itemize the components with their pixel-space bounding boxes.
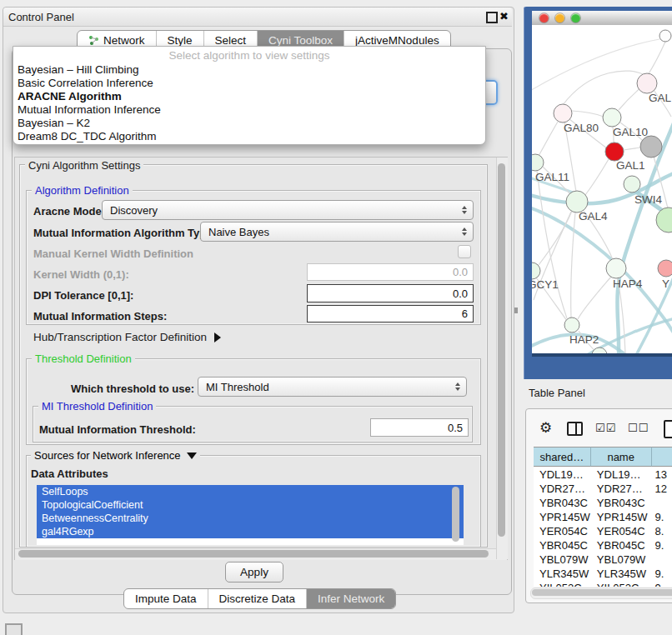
cell-shared-name: YER054C — [534, 525, 591, 538]
gear-icon[interactable]: ⚙ — [539, 419, 552, 437]
mi-type-value: Naive Bayes — [208, 226, 269, 238]
network-window-titlebar[interactable] — [532, 11, 672, 26]
network-node[interactable] — [624, 176, 640, 192]
column-header-name[interactable]: name — [591, 447, 652, 467]
aracne-mode-value: Discovery — [110, 204, 158, 217]
network-node[interactable] — [592, 348, 607, 353]
data-attribute-item[interactable]: gal4RGexp — [37, 525, 464, 538]
column-header-clipped[interactable] — [652, 447, 672, 467]
table-row[interactable]: YBR045C YBR045C 9. — [534, 538, 672, 552]
dropdown-prompt: Select algorithm to view settings — [13, 47, 485, 63]
minimize-traffic-light[interactable] — [555, 13, 564, 22]
cell-shared-name: YIL052C — [534, 582, 591, 587]
combo-arrows-icon — [455, 382, 460, 391]
network-node[interactable] — [605, 142, 624, 161]
table-row[interactable]: YIL052C YIL052C 9 — [534, 581, 672, 587]
mi-type-combo[interactable]: Naive Bayes — [200, 222, 474, 242]
cell-shared-name: YBL079W — [534, 553, 591, 566]
table-header: shared… name — [534, 447, 672, 467]
tab-network-label: Network — [103, 34, 145, 47]
network-canvas[interactable]: GALGAL80GAL10GAL1GAL11SWI4GAL4GCY1HAP4YH… — [532, 25, 672, 353]
network-edge — [563, 71, 644, 105]
hub-definition-row[interactable]: Hub/Transcription Factor Definition — [33, 331, 221, 343]
network-node-label: HAP2 — [569, 333, 599, 346]
network-node[interactable] — [637, 73, 657, 93]
network-node[interactable] — [606, 258, 626, 278]
tab-infer-network[interactable]: Infer Network — [306, 589, 395, 608]
split-pane-icon[interactable] — [567, 422, 583, 436]
network-node[interactable] — [658, 260, 672, 277]
splitter-grip[interactable] — [514, 308, 518, 313]
table-scrollbar-thumb[interactable] — [532, 589, 672, 596]
kernel-width-field[interactable]: 0.0 — [307, 263, 474, 281]
minimized-panel-icon[interactable] — [5, 623, 23, 635]
close-icon[interactable]: ✖ — [499, 10, 509, 22]
list-scrollbar-thumb[interactable] — [452, 487, 459, 542]
uncheck-all-icon[interactable]: ☐☐ — [628, 422, 649, 434]
data-attribute-item[interactable]: TopologicalCoefficient — [37, 498, 464, 512]
bottom-tabbar: Impute Data Discretize Data Infer Networ… — [123, 588, 396, 609]
new-table-icon[interactable] — [664, 420, 672, 438]
network-node[interactable] — [659, 30, 671, 42]
apply-button[interactable]: Apply — [225, 562, 283, 582]
threshold-definition-title: Threshold Definition — [32, 352, 135, 365]
manual-kernel-checkbox[interactable] — [458, 245, 471, 258]
which-threshold-combo[interactable]: MI Threshold — [198, 377, 467, 397]
sources-group-title-row[interactable]: Sources for Network Inference — [31, 449, 200, 462]
column-header-shared-name[interactable]: shared… — [534, 447, 591, 467]
cell-name: YER054C — [591, 525, 652, 538]
data-attribute-item[interactable]: SelfLoops — [37, 485, 464, 498]
table-row[interactable]: YDL19… YDL19… 13 — [534, 468, 672, 482]
network-window-bottom-shadow — [532, 353, 672, 357]
expand-arrow-icon[interactable] — [214, 332, 221, 342]
network-node[interactable] — [532, 154, 544, 171]
cyni-settings-title: Cyni Algorithm Settings — [25, 159, 143, 172]
mi-steps-field[interactable]: 6 — [307, 305, 474, 322]
cell-value: 9. — [652, 568, 672, 580]
close-traffic-light[interactable] — [539, 13, 549, 22]
dropdown-item[interactable]: Bayesian – K2 — [13, 117, 485, 130]
network-node[interactable] — [603, 108, 621, 127]
dropdown-item[interactable]: Dream8 DC_TDC Algorithm — [13, 130, 485, 143]
zoom-traffic-light[interactable] — [571, 13, 580, 22]
table-row[interactable]: YLR345W YLR345W 9. — [534, 567, 672, 581]
network-node-label: Y — [662, 278, 669, 290]
dropdown-item[interactable]: Basic Correlation Inference — [13, 77, 485, 90]
network-edge — [585, 159, 609, 195]
dropdown-item[interactable]: Mutual Information Inference — [13, 103, 485, 117]
dropdown-item[interactable]: ARACNE Algorithm — [13, 90, 485, 103]
float-icon[interactable] — [486, 12, 498, 23]
data-attribute-item[interactable]: BetweennessCentrality — [37, 512, 464, 525]
aracne-mode-combo[interactable]: Discovery — [102, 200, 474, 220]
network-node[interactable] — [564, 318, 579, 332]
algorithm-dropdown: Select algorithm to view settings Bayesi… — [13, 46, 486, 145]
table-row[interactable]: YBR043C YBR043C — [534, 496, 672, 510]
dropdown-item[interactable]: Bayesian – Hill Climbing — [13, 63, 485, 77]
network-edge — [572, 111, 604, 117]
table-row[interactable]: YER054C YER054C 8. — [534, 524, 672, 538]
network-node[interactable] — [656, 208, 672, 232]
tab-impute-data[interactable]: Impute Data — [124, 589, 208, 608]
table-row[interactable]: YPR145W YPR145W 9. — [534, 510, 672, 524]
table-row[interactable]: YBL079W YBL079W — [534, 552, 672, 567]
network-node[interactable] — [640, 136, 662, 158]
network-edge — [578, 277, 611, 319]
network-edge — [539, 122, 558, 156]
cell-value: 13 — [652, 468, 672, 481]
tab-select-label: Select — [215, 34, 247, 47]
cell-value: 8. — [652, 525, 672, 538]
vertical-scrollbar-thumb[interactable] — [498, 163, 505, 537]
network-node[interactable] — [554, 104, 572, 122]
cell-name: YDR27… — [591, 482, 652, 495]
dpi-tolerance-field[interactable]: 0.0 — [307, 284, 474, 302]
data-attributes-list: SelfLoopsTopologicalCoefficientBetweenne… — [37, 485, 464, 545]
table-row[interactable]: YDR27… YDR27… 12 — [534, 482, 672, 496]
mi-threshold-field[interactable]: 0.5 — [370, 418, 469, 437]
network-edge — [624, 148, 640, 150]
control-panel-titlebar — [3, 8, 512, 27]
tab-discretize-data[interactable]: Discretize Data — [208, 589, 307, 608]
horizontal-scrollbar-thumb[interactable] — [18, 550, 489, 558]
network-node-label: GAL10 — [613, 126, 648, 138]
check-all-icon[interactable]: ☑☑ — [595, 422, 616, 434]
collapse-arrow-icon[interactable] — [187, 452, 197, 459]
